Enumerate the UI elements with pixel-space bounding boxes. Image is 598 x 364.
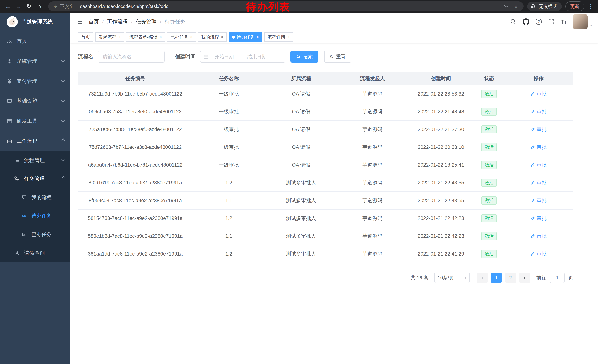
browser-home-icon[interactable]: ⌂ [34, 0, 44, 13]
task-name: 一级审批 [193, 138, 265, 156]
end-date-input[interactable] [243, 54, 271, 60]
close-icon[interactable]: × [118, 35, 121, 39]
github-icon[interactable] [523, 18, 529, 25]
todo-task-table: 任务编号 任务名称 所属流程 流程发起人 创建时间 状态 操作 73211d9d… [78, 72, 573, 263]
approve-link[interactable]: 审批 [530, 179, 547, 186]
task-created: 2022-01-21 22:42:23 [407, 227, 474, 245]
page-size-select[interactable]: 10条/页 ▾ [434, 273, 470, 283]
tab-my-process[interactable]: 我的流程 × [198, 32, 227, 42]
user-avatar[interactable] [573, 14, 588, 29]
active-tab-dot [232, 36, 235, 39]
task-initiator: 芋道源码 [337, 138, 407, 156]
task-process: 测试多审批人 [265, 245, 337, 263]
sidebar-item-todo-tasks[interactable]: 待办任务 [0, 207, 70, 225]
sidebar-item-process-mgmt[interactable]: 流程管理 [0, 151, 70, 170]
chevron-down-icon [61, 99, 65, 102]
tab-form-edit[interactable]: 流程表单-编辑 × [126, 32, 165, 42]
sidebar-item-devtools[interactable]: 研发工具 [0, 111, 70, 131]
bookmark-star-icon[interactable]: ☆ [514, 3, 518, 9]
close-icon[interactable]: × [190, 35, 193, 39]
task-process: 测试多审批人 [265, 227, 337, 245]
task-process: OA 请假 [265, 103, 337, 120]
browser-menu-icon[interactable]: ⋮ [588, 3, 594, 10]
fullscreen-icon[interactable] [548, 18, 555, 25]
approve-link[interactable]: 审批 [530, 197, 547, 204]
browser-forward-icon[interactable]: → [13, 0, 24, 13]
sidebar-item-workflow[interactable]: 工作流程 [0, 131, 70, 151]
font-size-icon[interactable]: TT [561, 19, 566, 24]
approve-link[interactable]: 审批 [530, 233, 547, 239]
pen-icon [530, 91, 535, 96]
browser-back-icon[interactable]: ← [3, 0, 13, 13]
breadcrumb-workflow[interactable]: 工作流程 [107, 18, 128, 25]
page-1-button[interactable]: 1 [491, 273, 502, 283]
date-range-picker[interactable]: - [200, 51, 285, 63]
next-page-button[interactable]: › [519, 273, 530, 283]
sidebar-item-infra[interactable]: 基础设施 [0, 91, 70, 111]
sidebar-item-payment[interactable]: 支付管理 [0, 71, 70, 91]
key-icon[interactable] [503, 4, 508, 9]
browser-refresh-icon[interactable]: ↻ [24, 0, 34, 13]
start-date-input[interactable] [210, 54, 238, 60]
help-icon[interactable]: ? [536, 18, 542, 25]
table-row: 069c6a63-7b8a-11ec-8ef0-acde48001122 一级审… [78, 103, 573, 121]
approve-link[interactable]: 审批 [530, 251, 547, 257]
task-process: OA 请假 [265, 121, 337, 138]
task-initiator: 芋道源码 [337, 245, 407, 263]
search-button[interactable]: 搜索 [291, 51, 318, 63]
close-icon[interactable]: × [221, 35, 224, 39]
approve-link[interactable]: 审批 [530, 126, 547, 133]
sidebar-item-system[interactable]: 系统管理 [0, 51, 70, 71]
browser-update-button[interactable]: 更新 [565, 1, 584, 11]
pen-icon [530, 162, 535, 167]
security-warning[interactable]: ⚠ 不安全 [53, 3, 74, 9]
task-created: 2022-01-22 20:33:10 [407, 138, 474, 156]
sidebar-item-leave-query[interactable]: 请假查询 [0, 244, 70, 262]
briefcase-icon [7, 138, 12, 144]
sidebar-item-done-tasks[interactable]: 已办任务 [0, 225, 70, 244]
caret-down-icon: ▾ [465, 275, 466, 280]
task-initiator: 芋道源码 [337, 174, 407, 191]
annotation-text: 待办列表 [246, 0, 291, 14]
task-initiator: 芋道源码 [337, 192, 407, 209]
goto-page-input[interactable] [550, 273, 565, 283]
close-icon[interactable]: × [159, 35, 162, 39]
main-area: 首页 / 工作流程 / 任务管理 / 待办任务 ? [70, 13, 598, 364]
approve-link[interactable]: 审批 [530, 108, 547, 115]
reset-button[interactable]: ↻ 重置 [324, 51, 351, 63]
avatar-caret-icon[interactable]: ▾ [590, 23, 592, 28]
prev-page-button[interactable]: ‹ [477, 273, 488, 283]
sidebar-item-task-mgmt[interactable]: 任务管理 [0, 170, 70, 188]
tab-home[interactable]: 首页 [78, 32, 93, 42]
close-icon[interactable]: × [256, 35, 259, 39]
approve-link[interactable]: 审批 [530, 90, 547, 97]
process-name-input[interactable] [98, 51, 165, 63]
approve-link[interactable]: 审批 [530, 162, 547, 168]
dashboard-icon [7, 38, 12, 44]
breadcrumb-task-mgmt[interactable]: 任务管理 [136, 18, 157, 25]
approve-link[interactable]: 审批 [530, 144, 547, 151]
task-created: 2022-01-21 22:43:55 [407, 192, 474, 209]
page-2-button[interactable]: 2 [505, 273, 516, 283]
chat-bubble-icon [22, 194, 27, 200]
breadcrumb-home[interactable]: 首页 [89, 18, 99, 25]
tab-todo-tasks[interactable]: 待办任务 × [229, 32, 262, 42]
col-status: 状态 [474, 72, 504, 85]
app-logo[interactable]: 芋道管理系统 [0, 13, 70, 31]
sidebar-item-home[interactable]: 首页 [0, 31, 70, 51]
tab-start-process[interactable]: 发起流程 × [95, 32, 124, 42]
refresh-icon: ↻ [330, 54, 334, 59]
app-title: 芋道管理系统 [22, 18, 53, 25]
tab-process-detail[interactable]: 流程详情 × [264, 32, 293, 42]
task-name: 一级审批 [193, 121, 265, 138]
search-icon[interactable] [510, 18, 516, 25]
sidebar-item-my-process[interactable]: 我的流程 [0, 188, 70, 207]
task-id: 8f0d1619-7ac8-11ec-a9e2-a2380e71991a [78, 174, 193, 191]
close-icon[interactable]: × [287, 35, 290, 39]
tab-done-tasks[interactable]: 已办任务 × [167, 32, 196, 42]
task-process: 测试多审批人 [265, 174, 337, 191]
hamburger-icon[interactable] [76, 19, 83, 25]
approve-link[interactable]: 审批 [530, 215, 547, 222]
col-task-name: 任务名称 [193, 72, 265, 85]
task-initiator: 芋道源码 [337, 103, 407, 120]
